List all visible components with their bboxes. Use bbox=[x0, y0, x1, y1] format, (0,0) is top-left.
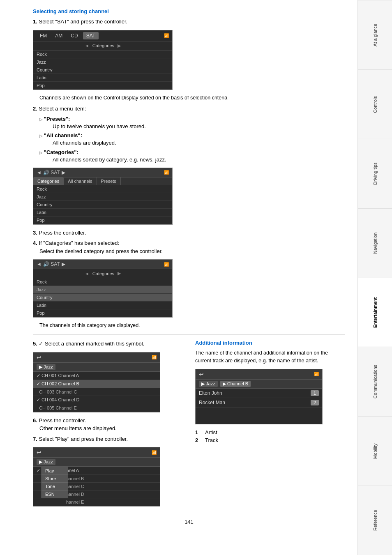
legend-2: 2 Track bbox=[195, 437, 345, 443]
channel-tag-6: ▶ Channel B bbox=[220, 381, 251, 387]
back-button-5[interactable]: ↩ bbox=[37, 449, 42, 456]
right-sidebar: At a glance Controls Driving tips Naviga… bbox=[357, 0, 392, 555]
jazz-tag-4: ▶ Jazz bbox=[37, 364, 55, 370]
page-number: 141 bbox=[33, 519, 345, 525]
screen-6: ↩ 📶 ▶ Jazz ▶ Channel B Elton John 1 Rock… bbox=[195, 369, 323, 424]
s3-pop: Pop bbox=[33, 309, 172, 317]
sidebar-tab-mobility[interactable]: Mobility bbox=[358, 416, 392, 486]
signal-icon-6: 📶 bbox=[314, 372, 319, 376]
step-2: 2. Select a menu item: bbox=[33, 105, 345, 113]
ctx-store[interactable]: Store bbox=[42, 475, 68, 483]
tab-fm[interactable]: FM bbox=[37, 32, 50, 39]
channel-latin: Latin bbox=[33, 74, 172, 82]
additional-info-title: Additional information bbox=[195, 340, 345, 346]
channel-country: Country bbox=[33, 66, 172, 74]
context-menu: Play Store Tone ESN bbox=[42, 467, 68, 498]
sidebar-tab-driving-tips[interactable]: Driving tips bbox=[358, 139, 392, 208]
bullet-all-channels: "All channels": All channels are display… bbox=[39, 132, 345, 147]
two-column-section: 5. ✓ Select a channel marked with this s… bbox=[33, 340, 345, 511]
jazz-bar-5: ▶ Jazz bbox=[33, 458, 160, 467]
step-6: 6. Press the controller. Other menu item… bbox=[33, 417, 183, 433]
s3-jazz: Jazz bbox=[33, 286, 172, 294]
categories-row: ◄ Categories ▶ bbox=[33, 41, 172, 51]
screen-3: ◄ 🔊 SAT ▶ 📶 ◄ Categories ▶ Rock Jazz Cou… bbox=[33, 259, 173, 318]
sidebar-tab-navigation[interactable]: Navigation bbox=[358, 208, 392, 278]
jazz-tag-6: ▶ Jazz bbox=[199, 381, 218, 387]
screen-4-header: ↩ 📶 bbox=[33, 352, 160, 363]
screen-4: ↩ 📶 ▶ Jazz ✓ CH 001 Channel A ✓ CH 002 C… bbox=[33, 352, 160, 412]
step-5: 5. ✓ Select a channel marked with this s… bbox=[33, 340, 183, 348]
tab-cd[interactable]: CD bbox=[67, 32, 81, 39]
track-row: Rocket Man 2 bbox=[196, 398, 322, 408]
step-1: 1. Select "SAT" and press the controller… bbox=[33, 18, 345, 26]
ch004: ✓ CH 004 Channel D bbox=[33, 396, 160, 404]
jazz-bar-6: ▶ Jazz ▶ Channel B bbox=[196, 380, 322, 389]
s3-latin: Latin bbox=[33, 302, 172, 309]
tab-sat[interactable]: SAT bbox=[83, 32, 99, 39]
step-1-text: Select "SAT" and press the controller. bbox=[39, 18, 127, 25]
col-right: Additional information The name of the c… bbox=[195, 340, 345, 511]
note-1: Channels are shown on the Control Displa… bbox=[39, 94, 345, 102]
s2-latin: Latin bbox=[33, 209, 172, 216]
tab-categories[interactable]: Categories bbox=[33, 177, 64, 185]
signal-icon-3: 📶 bbox=[164, 262, 169, 267]
tab-presets[interactable]: Presets bbox=[97, 177, 121, 185]
tab-bar-2: Categories All channels Presets bbox=[33, 177, 172, 185]
signal-icon: 📶 bbox=[164, 33, 169, 38]
ch005: CH 005 Channel E bbox=[33, 404, 160, 412]
signal-icon-4: 📶 bbox=[152, 355, 157, 359]
channel-jazz: Jazz bbox=[33, 58, 172, 66]
s2-jazz: Jazz bbox=[33, 193, 172, 201]
note-2: The channels of this category are displa… bbox=[39, 322, 345, 329]
screen-6-header: ↩ 📶 bbox=[196, 369, 322, 380]
signal-icon-2: 📶 bbox=[164, 170, 169, 175]
ch002: ✓ CH 002 Channel B bbox=[33, 380, 160, 388]
s3-country: Country bbox=[33, 294, 172, 302]
back-button-4[interactable]: ↩ bbox=[37, 354, 42, 361]
ctx-tone[interactable]: Tone bbox=[42, 483, 68, 491]
sidebar-tab-reference[interactable]: Reference bbox=[358, 486, 392, 555]
sidebar-tab-controls[interactable]: Controls bbox=[358, 69, 392, 139]
sidebar-tab-entertainment[interactable]: Entertainment bbox=[358, 278, 392, 347]
channel-pop: Pop bbox=[33, 82, 172, 90]
step-3: 3. Press the controller. bbox=[33, 229, 345, 237]
fm-tabs: FM AM CD SAT 📶 bbox=[33, 30, 172, 41]
ch001: ✓ CH 001 Channel A bbox=[33, 372, 160, 380]
signal-icon-5: 📶 bbox=[152, 450, 157, 455]
s2-pop: Pop bbox=[33, 216, 172, 224]
tab-am[interactable]: AM bbox=[52, 32, 66, 39]
step-7: 7. Select "Play" and press the controlle… bbox=[33, 435, 183, 443]
additional-info-text: The name of the channel and additional i… bbox=[195, 349, 345, 365]
sat-header-2: ◄ 🔊 SAT ▶ 📶 bbox=[33, 168, 172, 177]
s2-country: Country bbox=[33, 201, 172, 209]
sat-header-3: ◄ 🔊 SAT ▶ 📶 bbox=[33, 260, 172, 269]
bullet-categories: "Categories": All channels sorted by cat… bbox=[39, 149, 345, 164]
ctx-play[interactable]: Play bbox=[42, 467, 68, 475]
sidebar-tab-communications[interactable]: Communications bbox=[358, 347, 392, 416]
categories-row-3: ◄ Categories ▶ bbox=[33, 269, 172, 278]
col-left: 5. ✓ Select a channel marked with this s… bbox=[33, 340, 183, 511]
screen-5-body: ✓ CH 001 Channel A hannel B hannel C han… bbox=[33, 467, 160, 506]
legend-1: 1 Artist bbox=[195, 429, 345, 435]
screen-6-padding bbox=[196, 408, 322, 424]
categories-label: Categories bbox=[89, 43, 118, 48]
jazz-bar-4: ▶ Jazz bbox=[33, 363, 160, 372]
bullet-presets: "Presets": Up to twelve channels you hav… bbox=[39, 115, 345, 130]
sidebar-tab-at-a-glance[interactable]: At a glance bbox=[358, 0, 392, 69]
screen-2: ◄ 🔊 SAT ▶ 📶 Categories All channels Pres… bbox=[33, 168, 173, 225]
s3-rock: Rock bbox=[33, 278, 172, 286]
tab-all-channels[interactable]: All channels bbox=[64, 177, 97, 185]
screen-5-header: ↩ 📶 bbox=[33, 447, 160, 458]
step-number-1: 1. bbox=[33, 18, 37, 25]
step-4: 4. If "Categories" has been selected: Se… bbox=[33, 239, 345, 255]
ctx-esn[interactable]: ESN bbox=[42, 491, 68, 498]
categories-label-3: Categories bbox=[89, 271, 118, 276]
channel-rock: Rock bbox=[33, 51, 172, 58]
bullet-list: "Presets": Up to twelve channels you hav… bbox=[39, 115, 345, 164]
screen-5: ↩ 📶 ▶ Jazz ✓ CH 001 Channel A hannel B h… bbox=[33, 447, 160, 507]
artist-row: Elton John 1 bbox=[196, 389, 322, 398]
ch003: CH 003 Channel C bbox=[33, 388, 160, 396]
screen-1: FM AM CD SAT 📶 ◄ Categories ▶ Rock Jazz … bbox=[33, 30, 173, 90]
back-button-6[interactable]: ↩ bbox=[199, 371, 204, 378]
s5-ch005b: hannel E bbox=[33, 498, 160, 506]
